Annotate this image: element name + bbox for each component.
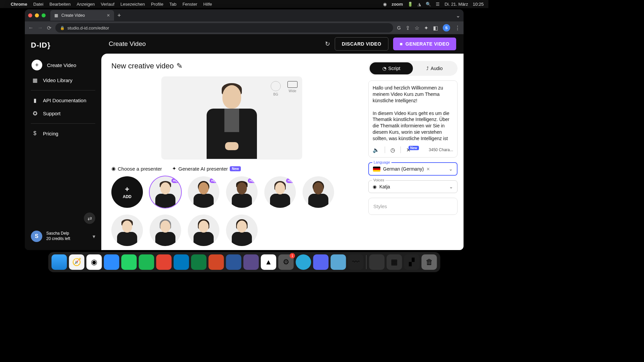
- browser-tab[interactable]: ▦ Create Video ✕: [50, 10, 114, 21]
- presenter-option[interactable]: [150, 215, 181, 246]
- menu-bearbeiten[interactable]: Bearbeiten: [49, 2, 70, 7]
- sidebar-item-support[interactable]: ✪ Support: [25, 107, 101, 120]
- dock-app[interactable]: ▞: [404, 254, 420, 270]
- presenter-option[interactable]: HQ: [150, 176, 181, 208]
- presenter-option[interactable]: HQ: [264, 176, 296, 208]
- menubar-time[interactable]: 10:25: [473, 2, 484, 7]
- dock-calculator[interactable]: ▦: [387, 254, 402, 270]
- battery-icon[interactable]: 🔋: [408, 2, 413, 7]
- menubar-app[interactable]: Chrome: [11, 2, 27, 7]
- menu-tab[interactable]: Tab: [169, 2, 176, 7]
- sidebar-collapse-button[interactable]: ⇄: [84, 213, 95, 224]
- dock-whatsapp[interactable]: [121, 254, 137, 270]
- tab-audio[interactable]: ⤴ Audio: [413, 62, 456, 74]
- presenter-option[interactable]: [111, 215, 143, 246]
- logo[interactable]: D-ID}: [25, 39, 101, 56]
- doc-icon: ▮: [32, 97, 38, 104]
- wifi-icon[interactable]: ◮: [418, 2, 421, 7]
- bookmark-icon[interactable]: ☆: [415, 25, 419, 31]
- sidebar: D-ID} + Create Video ▦ Video Library ▮ A…: [25, 34, 101, 250]
- dock-settings[interactable]: ⚙1: [278, 254, 294, 270]
- dock-todoist[interactable]: [156, 254, 172, 270]
- dock-quicktime[interactable]: [331, 254, 346, 270]
- clear-icon[interactable]: ✕: [426, 167, 430, 172]
- dock-spotify[interactable]: [139, 254, 154, 270]
- refresh-icon[interactable]: ↻: [325, 40, 330, 48]
- presenter-option[interactable]: [188, 215, 219, 246]
- dock-app[interactable]: [296, 254, 311, 270]
- sidebar-item-pricing[interactable]: $ Pricing: [25, 127, 101, 140]
- dock-excel[interactable]: [191, 254, 207, 270]
- dock-app[interactable]: [369, 254, 385, 270]
- tabs-dropdown-icon[interactable]: ⌄: [456, 12, 460, 19]
- chrome-menu-icon[interactable]: ⋮: [455, 25, 460, 31]
- voice-select[interactable]: Voices ◉ Katja ⌄: [368, 180, 458, 193]
- dock-discord[interactable]: [313, 254, 329, 270]
- menu-hilfe[interactable]: Hilfe: [203, 2, 212, 7]
- dock-imovie[interactable]: [244, 254, 259, 270]
- spotlight-icon[interactable]: 🔍: [426, 2, 431, 7]
- window-minimize[interactable]: [35, 13, 39, 17]
- menu-anzeigen[interactable]: Anzeigen: [76, 2, 95, 7]
- script-icon: ◔: [382, 66, 386, 71]
- wide-option[interactable]: Wide: [287, 81, 298, 96]
- styles-select[interactable]: Styles: [368, 198, 458, 215]
- script-textarea[interactable]: Hallo und herzlich Willkommen zu meinem …: [368, 80, 458, 158]
- tab-close-icon[interactable]: ✕: [107, 13, 110, 18]
- dock-trash[interactable]: 🗑: [422, 254, 437, 270]
- nav-forward-icon[interactable]: →: [38, 25, 43, 31]
- sidebar-item-api[interactable]: ▮ API Documentation: [25, 94, 101, 107]
- clock-icon[interactable]: ◷: [390, 147, 395, 153]
- menu-lesezeichen[interactable]: Lesezeichen: [120, 2, 145, 7]
- sidebar-item-create[interactable]: + Create Video: [25, 56, 101, 74]
- presenter-option[interactable]: HQ: [188, 176, 219, 208]
- bg-option[interactable]: BG: [271, 81, 281, 96]
- language-select[interactable]: Language German (Germany) ✕ ⌄: [368, 162, 458, 176]
- profile-avatar[interactable]: S: [443, 24, 450, 32]
- record-icon[interactable]: ◉: [383, 2, 387, 7]
- new-tab-button[interactable]: +: [117, 12, 121, 19]
- presenter-option[interactable]: [226, 215, 258, 246]
- account-menu[interactable]: S Sascha Delp 20 credits left ▾: [25, 227, 101, 245]
- presenter-option[interactable]: HQ: [226, 176, 258, 208]
- dock-chrome[interactable]: ◉: [87, 254, 102, 270]
- sidebar-item-library[interactable]: ▦ Video Library: [25, 74, 101, 87]
- speaker-icon[interactable]: 🔈: [373, 147, 379, 153]
- dock-zoom[interactable]: [104, 254, 119, 270]
- add-presenter-button[interactable]: + ADD: [111, 176, 143, 208]
- google-icon[interactable]: G: [397, 25, 401, 31]
- menu-datei[interactable]: Datei: [33, 2, 43, 7]
- zoom-status[interactable]: zoom: [391, 2, 403, 7]
- control-center-icon[interactable]: ☰: [436, 2, 440, 7]
- window-close[interactable]: [28, 13, 32, 17]
- extensions-icon[interactable]: ✦: [424, 25, 428, 31]
- tab-script[interactable]: ◔ Script: [370, 62, 413, 74]
- nav-reload-icon[interactable]: ⟳: [47, 25, 51, 31]
- generate-button[interactable]: ■ GENERATE VIDEO: [393, 38, 456, 50]
- sidebar-item-label: Create Video: [47, 62, 76, 68]
- discard-button[interactable]: DISCARD VIDEO: [335, 37, 388, 51]
- dock-drive[interactable]: ▲: [261, 254, 276, 270]
- nav-back-icon[interactable]: ←: [28, 25, 34, 31]
- dock-finder[interactable]: [52, 254, 67, 270]
- menu-profile[interactable]: Profile: [151, 2, 163, 7]
- dock-audio[interactable]: 〰: [348, 254, 364, 270]
- menu-verlauf[interactable]: Verlauf: [101, 2, 114, 7]
- url-input[interactable]: 🔒 studio.d-id.com/editor: [55, 23, 393, 33]
- presenter-option[interactable]: [303, 176, 334, 208]
- sidepanel-icon[interactable]: ◧: [433, 25, 438, 31]
- plus-icon: +: [125, 185, 129, 194]
- video-title-row[interactable]: New creative video ✎: [111, 62, 352, 70]
- menubar-date[interactable]: Di. 21. März: [444, 2, 468, 7]
- dock-safari[interactable]: 🧭: [69, 254, 85, 270]
- dock-powerpoint[interactable]: [209, 254, 224, 270]
- dock-word[interactable]: [226, 254, 241, 270]
- window-maximize[interactable]: [42, 13, 46, 17]
- tab-choose-presenter[interactable]: ◉ Choose a presenter: [111, 166, 162, 172]
- dock-trello[interactable]: [174, 254, 189, 270]
- magic-icon[interactable]: ✕New: [406, 147, 421, 153]
- tab-generate-presenter[interactable]: ✦ Generate AI presenter New: [172, 166, 241, 172]
- edit-icon[interactable]: ✎: [176, 62, 182, 70]
- menu-fenster[interactable]: Fenster: [182, 2, 197, 7]
- share-icon[interactable]: ⇪: [406, 25, 410, 31]
